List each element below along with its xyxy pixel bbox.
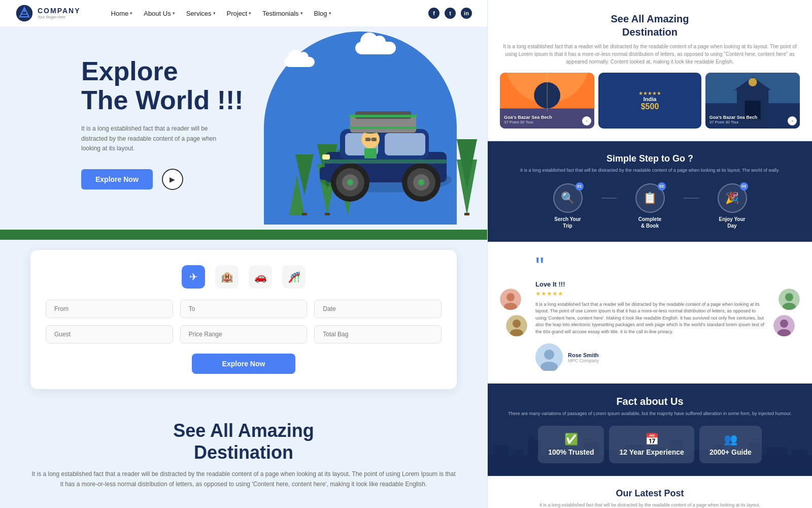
svg-rect-24 [365, 138, 370, 141]
step-connector-1 [601, 198, 617, 199]
nav-services[interactable]: Services ▾ [186, 10, 216, 17]
fact-desc: There are many variations of passages of… [500, 410, 800, 418]
fact-title: Fact about Us [500, 396, 800, 407]
step-connector-2 [684, 198, 699, 199]
hero-text: Explore The World !!! It is a long estab… [81, 57, 274, 190]
nav-testimonials[interactable]: Testimonials ▾ [262, 10, 303, 17]
step-2-circle: 📋 02 [635, 183, 665, 213]
svg-point-52 [749, 78, 757, 86]
step-1-num: 01 [576, 182, 584, 190]
svg-point-57 [513, 320, 521, 328]
right-dest-title: See All AmazingDestination [500, 12, 800, 39]
nav-links: Home ▾ About Us ▾ Services ▾ Project ▾ T… [111, 10, 428, 17]
nav-project[interactable]: Project ▾ [227, 10, 251, 17]
company-name: COMPANY [38, 7, 81, 15]
bag-field[interactable] [314, 325, 442, 343]
search-section: ✈ 🏨 🚗 🎢 Explore Now [30, 250, 457, 389]
tab-hotel[interactable]: 🏨 [215, 265, 239, 289]
play-button[interactable]: ▶ [162, 169, 183, 190]
svg-rect-21 [364, 148, 377, 158]
svg-point-63 [785, 293, 793, 301]
right-destination: See All AmazingDestination It is a long … [488, 0, 812, 141]
step-2-num: 02 [658, 182, 666, 190]
step-2-label: Complete& Book [638, 216, 662, 229]
destination-title: See All Amazing Destination [30, 420, 457, 463]
reviewer-info: Rose Smith MPC Company [568, 348, 599, 363]
nav-home[interactable]: Home ▾ [111, 10, 133, 17]
date-field[interactable] [314, 300, 442, 318]
dest-sub-1: 37 Point 30 Tour [504, 120, 590, 124]
trusted-value: 100% Trusted [548, 448, 594, 456]
fact-cards: ✅ 100% Trusted 📅 12 Year Experience 👥 20… [500, 426, 800, 463]
trees-right-svg [447, 114, 487, 215]
step-1: 🔍 01 Serch YourTrip [543, 183, 593, 229]
svg-point-66 [780, 320, 788, 328]
step-1-circle: 🔍 01 [553, 183, 583, 213]
dest-btn-3[interactable]: › [788, 116, 797, 125]
avatar-3 [779, 289, 800, 310]
reviewer-title: MPC Company [568, 358, 599, 363]
svg-point-38 [418, 179, 424, 185]
search-fields [46, 300, 442, 318]
price-field[interactable] [180, 325, 308, 343]
guide-value: 2000+ Guide [709, 448, 752, 456]
india-stars: ★★★★★ [638, 90, 661, 96]
tab-car[interactable]: 🚗 [249, 265, 272, 289]
review-text: It is a long established fact that a rea… [535, 301, 765, 336]
fact-section: Fact about Us There are many variations … [488, 384, 812, 476]
quote-mark: " [535, 254, 765, 278]
step-3-label: Enjoy YourDay [719, 216, 746, 229]
from-field[interactable] [46, 300, 173, 318]
avatar-1 [500, 289, 521, 310]
destination-cards: Goa's Bazar Sea Bech 37 Point 30 Tour › … [500, 73, 800, 129]
dest-label-1: Goa's Bazar Sea Bech [504, 115, 590, 120]
nav-about[interactable]: About Us ▾ [144, 10, 175, 17]
step-3-num: 03 [740, 182, 748, 190]
trusted-icon: ✅ [548, 433, 594, 446]
right-dest-desc: It is a long established fact that a rea… [500, 43, 800, 66]
tab-flight[interactable]: ✈ [182, 265, 205, 289]
hero-title: Explore The World !!! [81, 57, 274, 115]
hero-section: Explore The World !!! It is a long estab… [0, 26, 487, 240]
svg-rect-39 [325, 160, 447, 164]
svg-rect-30 [349, 126, 417, 129]
to-field[interactable] [180, 300, 308, 318]
step-title: Simple Step to Go ? [500, 153, 800, 164]
explore-now-button[interactable]: Explore Now [81, 169, 153, 189]
svg-point-54 [506, 293, 515, 301]
search-tabs: ✈ 🏨 🚗 🎢 [46, 265, 442, 289]
fact-card-trusted: ✅ 100% Trusted [538, 426, 604, 463]
svg-point-34 [347, 179, 353, 185]
latest-post-title: Our Latest Post [500, 488, 800, 499]
hero-description: It is a long established fact that a rea… [81, 124, 223, 153]
step-2: 📋 02 Complete& Book [625, 183, 675, 229]
facebook-icon[interactable]: f [428, 8, 439, 19]
destination-description: It is a long established fact that a rea… [30, 469, 457, 489]
guide-icon: 👥 [709, 433, 752, 446]
svg-point-60 [544, 350, 554, 360]
right-panel: See All AmazingDestination It is a long … [487, 0, 812, 508]
fact-card-guide: 👥 2000+ Guide [699, 426, 762, 463]
tab-activity[interactable]: 🎢 [282, 265, 306, 289]
linkedin-icon[interactable]: in [461, 8, 472, 19]
svg-rect-40 [322, 154, 330, 160]
guest-field[interactable] [46, 325, 173, 343]
testimonials-center: " Love It !!! ★★★★★ It is a long establi… [535, 254, 765, 371]
svg-rect-41 [320, 167, 330, 180]
main-panel: COMPANY Your Slogan Here Home ▾ About Us… [0, 0, 487, 508]
svg-rect-14 [464, 213, 469, 215]
logo-icon [15, 4, 33, 22]
latest-post-desc: It is a long established fact that will … [500, 502, 800, 509]
cloud-1 [355, 42, 396, 54]
dest-card-3: Goa's Bazar Sea Bech 37 Point 30 Tour › [705, 73, 800, 129]
nav-blog[interactable]: Blog ▾ [314, 10, 331, 17]
avatar-2 [506, 315, 527, 336]
svg-rect-19 [385, 133, 425, 155]
testimonials-right-avatars [773, 254, 800, 371]
hero-buttons: Explore Now ▶ [81, 169, 274, 190]
india-price: $500 [641, 102, 659, 111]
dest-card-1: Goa's Bazar Sea Bech 37 Point 30 Tour › [500, 73, 594, 129]
search-button[interactable]: Explore Now [192, 354, 296, 374]
twitter-icon[interactable]: t [445, 8, 456, 19]
logo: COMPANY Your Slogan Here [15, 4, 81, 22]
